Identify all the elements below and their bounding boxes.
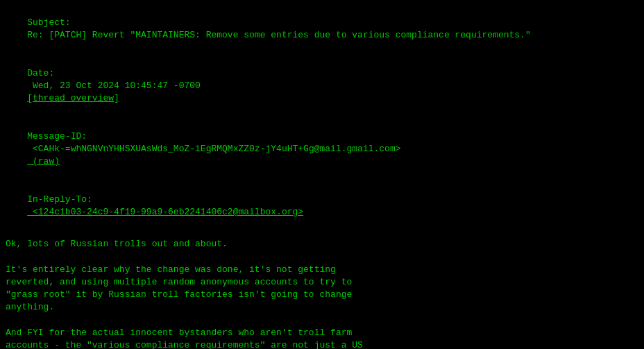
subject-value: Re: [PATCH] Revert "MAINTAINERS: Remove … <box>27 30 531 40</box>
in-reply-to-line: In-Reply-To: <124c1b03-24c9-4f19-99a9-6e… <box>6 181 638 232</box>
message-id-value: <CAHk-=whNGNVnYHHSXUAsWds_MoZ-iEgRMQMxZZ… <box>27 144 400 154</box>
subject-line: Subject: Re: [PATCH] Revert "MAINTAINERS… <box>6 4 638 55</box>
message-id-line: Message-ID: <CAHk-=whNGNVnYHHSXUAsWds_Mo… <box>6 118 638 181</box>
message-id-label: Message-ID: <box>27 131 87 142</box>
in-reply-to-link[interactable]: <124c1b03-24c9-4f19-99a9-6eb2241406c2@ma… <box>27 207 303 217</box>
raw-link[interactable]: (raw) <box>27 156 60 167</box>
subject-label: Subject: <box>27 17 70 28</box>
email-headers: Subject: Re: [PATCH] Revert "MAINTAINERS… <box>6 4 638 231</box>
in-reply-to-label: In-Reply-To: <box>27 194 92 205</box>
email-body: Ok, lots of Russian trolls out and about… <box>6 238 638 349</box>
date-line: Date: Wed, 23 Oct 2024 10:45:47 -0700 [t… <box>6 55 638 118</box>
date-label: Date: <box>27 68 54 78</box>
thread-overview-link[interactable]: [thread overview] <box>27 93 119 103</box>
date-value: Wed, 23 Oct 2024 10:45:47 -0700 <box>27 80 201 91</box>
